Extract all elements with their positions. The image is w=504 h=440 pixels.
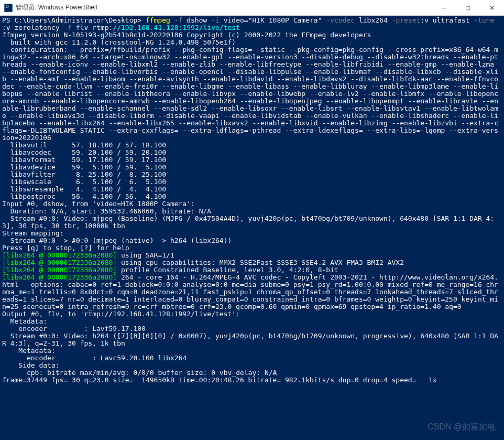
x264-tag-1: [libx264 @ 00000172336a2080]: [2, 251, 117, 259]
titlebar: 管理员: Windows PowerShell ─ □ ✕: [0, 0, 504, 16]
line-gcc: built with gcc 11.2.0 (crosstool-NG 1.24…: [2, 38, 236, 46]
lib-4: libavfilter 8. 25.100 / 8. 25.100: [2, 170, 166, 178]
line-enc2: encoder : Lavc59.20.100 libx264: [2, 354, 187, 362]
lib-5: libswscale 6. 5.100 / 6. 5.100: [2, 178, 166, 186]
x264-tag-3: [libx264 @ 00000172336a2080]: [2, 266, 117, 274]
line-output: Output #0, flv, to 'rtmp://192.168.41.12…: [2, 310, 240, 318]
line-smap: Stream mapping:: [2, 229, 63, 237]
line-enc: encoder : Lavf59.17.100: [2, 325, 146, 332]
line-side: Side data:: [2, 361, 60, 369]
flag-f2: -f: [63, 24, 72, 31]
line-smap0: Stream #0:0 -> #0:0 (mjpeg (native) -> h…: [2, 237, 232, 244]
lib-6: libswresample 4. 4.100 / 4. 4.100: [2, 185, 166, 193]
line-frame: frame=37449 fps= 30 q=23.0 size= 149650k…: [2, 376, 437, 384]
prompt-path: PS C:\Users\Administrator\Desktop>: [2, 16, 146, 24]
line-meta2: Metadata:: [2, 347, 56, 355]
line-stream0: Stream #0:0: Video: mjpeg (Baseline) (MJ…: [2, 214, 494, 230]
lib-1: libavcodec 59. 20.100 / 59. 20.100: [2, 148, 166, 156]
cmd: ffmpeg: [146, 16, 170, 24]
lib-3: libavdevice 59. 5.100 / 59. 5.100: [2, 163, 166, 171]
window-title: 管理员: Windows PowerShell: [16, 3, 432, 12]
lib-2: libavformat 59. 17.100 / 59. 17.100: [2, 156, 166, 164]
line-stream1: Stream #0:0: Video: h264 ([7][0][0][0] /…: [2, 332, 498, 347]
watermark: CSDN @如雾如电: [428, 422, 496, 433]
line-input: Input #0, dshow, from 'video=HIK 1080P C…: [2, 200, 195, 208]
flag-i: -i: [211, 16, 220, 24]
line-press: Press [q] to stop, [?] for help: [2, 244, 129, 252]
flag-f: -f: [174, 16, 183, 24]
line-dur: Duration: N/A, start: 359532.466060, bit…: [2, 207, 211, 215]
lib-7: libpostproc 56. 4.100 / 56. 4.100: [2, 192, 166, 200]
line-cfg: configuration: --prefix=/ffbuild/prefix …: [2, 46, 498, 142]
maximize-button[interactable]: □: [456, 0, 480, 16]
terminal-output[interactable]: PS C:\Users\Administrator\Desktop> ffmpe…: [0, 16, 504, 385]
powershell-icon: [4, 4, 13, 12]
flag-vcodec: -vcodec: [326, 16, 355, 24]
x264-tag-2: [libx264 @ 00000172336a2080]: [2, 259, 117, 266]
x264-tag-4: [libx264 @ 00000172336a2080]: [2, 273, 117, 281]
line-cpb: cpb: bitrate max/min/avg: 0/0/0 buffer s…: [2, 369, 277, 377]
flag-tune: -tune: [474, 16, 494, 24]
minimize-button[interactable]: ─: [432, 0, 456, 16]
flag-preset: -preset: [392, 16, 421, 24]
line-meta: Metadata:: [2, 317, 47, 325]
close-button[interactable]: ✕: [480, 0, 504, 16]
lib-0: libavutil 57. 18.100 / 57. 18.100: [2, 141, 166, 149]
line-version: ffmpeg version N-105193-g2b541b8c1d-2022…: [2, 31, 371, 39]
